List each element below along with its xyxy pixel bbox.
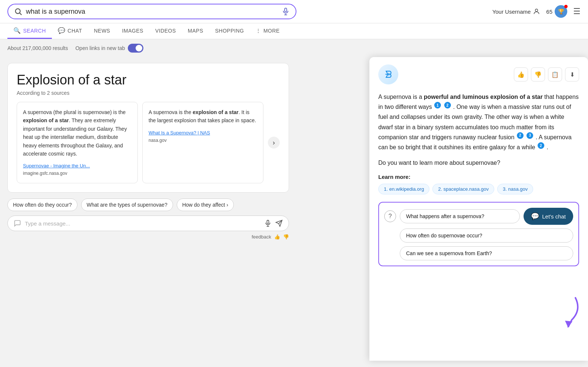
question-text: Do you want to learn more about supernov… (378, 160, 579, 166)
tab-shopping[interactable]: SHOPPING (209, 24, 250, 39)
card1-link[interactable]: Supernovae - Imagine the Un... (23, 162, 132, 170)
body-bold: powerful and luminous explosion of a sta… (424, 94, 543, 100)
lets-chat-label: Let's chat (542, 213, 566, 220)
suggestion-row-3: Can we see a supernova from Earth? (384, 246, 573, 260)
main-content: Explosion of a star According to 2 sourc… (0, 57, 588, 246)
lets-chat-button[interactable]: 💬 Let's chat (524, 208, 573, 225)
body-before-bold: A supernova is a (378, 94, 424, 100)
chat-input-bar[interactable]: Type a message... (7, 216, 289, 231)
thumbs-up-feedback[interactable]: 👍 (274, 234, 280, 240)
send-icon[interactable] (275, 220, 283, 227)
featured-snippet: Explosion of a star According to 2 sourc… (7, 63, 289, 193)
snippet-card-2: A supernova is the explosion of a star. … (142, 102, 263, 183)
svg-line-1 (20, 13, 21, 15)
learn-pill-1[interactable]: 1. en.wikipedia.org (378, 184, 429, 194)
tab-more-icon: ⋮ (256, 28, 261, 34)
card2-text-before: A supernova is the (149, 109, 193, 115)
open-links-label: Open links in new tab (75, 45, 125, 51)
chevron-right-button[interactable]: › (268, 137, 280, 149)
thumbs-down-button[interactable]: 👎 (531, 67, 545, 81)
suggestion-btn-3[interactable]: Can we see a supernova from Earth? (400, 246, 573, 260)
copy-button[interactable]: 📋 (548, 67, 562, 81)
arrow-annotation (549, 294, 583, 327)
svg-rect-2 (285, 8, 287, 12)
nav-tabs: 🔍 SEARCH 💬 CHAT NEWS IMAGES VIDEOS MAPS … (0, 23, 588, 39)
score-circle: 🏆 (555, 5, 567, 18)
search-query[interactable]: what is a supernova (26, 8, 278, 16)
left-panel: Explosion of a star According to 2 sourc… (7, 63, 289, 240)
score-badge[interactable]: 65 🏆 (546, 5, 567, 18)
tab-more[interactable]: ⋮ MORE (250, 24, 286, 39)
bing-body: A supernova is a powerful and luminous e… (378, 92, 579, 152)
chat-placeholder[interactable]: Type a message... (25, 220, 260, 227)
bing-panel: ᗾ 👍 👎 📋 ⬇ A supernova is a powerful and … (369, 57, 588, 361)
toggle-knob (136, 45, 142, 51)
bing-logo-icon: ᗾ (385, 69, 392, 80)
snippet-title: Explosion of a star (17, 72, 280, 88)
chat-bubble-icon (14, 220, 21, 227)
search-bar[interactable]: what is a supernova (7, 4, 296, 19)
tab-maps[interactable]: MAPS (182, 24, 209, 39)
bing-actions: 👍 👎 📋 ⬇ (514, 67, 579, 81)
tab-news[interactable]: NEWS (88, 24, 116, 39)
chat-mic-icon[interactable] (264, 220, 272, 227)
tab-videos[interactable]: VIDEOS (149, 24, 182, 39)
learn-pill-2[interactable]: 2. spaceplace.nasa.gov (432, 184, 494, 194)
chat-tab-icon: 💬 (58, 27, 66, 34)
notification-dot (564, 5, 568, 8)
pill-how-often[interactable]: How often do they occur? (7, 198, 77, 211)
card1-text-before: A supernova (the plural is supernovae) i… (23, 109, 126, 115)
card2-domain: nasa.gov (149, 137, 257, 144)
search-tab-icon: 🔍 (13, 27, 21, 34)
citation-5: 2 (538, 142, 544, 149)
suggestion-section: ? What happens after a supernova? 💬 Let'… (378, 202, 579, 266)
bing-logo: ᗾ (378, 64, 398, 84)
user-icon (533, 8, 540, 15)
suggestion-row-2: How often do supernovae occur? (384, 228, 573, 243)
citation-4: 3 (526, 132, 533, 139)
suggestion-row-1: ? What happens after a supernova? 💬 Let'… (384, 208, 573, 225)
open-links-toggle[interactable]: Open links in new tab (75, 44, 143, 53)
tab-search[interactable]: 🔍 SEARCH (7, 23, 52, 39)
card2-bold: explosion of a star (193, 109, 239, 115)
download-button[interactable]: ⬇ (565, 67, 579, 81)
tab-news-label: NEWS (94, 28, 110, 34)
feedback-label: feedback (252, 234, 271, 240)
hamburger-menu[interactable]: ☰ (573, 7, 581, 16)
pill-types[interactable]: What are the types of supernovae? (81, 198, 173, 211)
card1-bold: explosion of a star (23, 117, 69, 123)
svg-point-0 (16, 9, 20, 14)
citation-3: 2 (517, 132, 524, 139)
learn-more-section: Learn more: 1. en.wikipedia.org 2. space… (378, 174, 579, 194)
card1-domain: imagine.gsfc.nasa.gov (23, 170, 132, 177)
toggle-switch[interactable] (128, 44, 143, 53)
header-right: Your Username 65 🏆 ☰ (492, 5, 581, 18)
body-part4: . (547, 144, 548, 150)
tab-images[interactable]: IMAGES (116, 24, 149, 39)
pill-how-affect[interactable]: How do they affect › (177, 198, 234, 211)
tab-shopping-label: SHOPPING (215, 28, 244, 34)
svg-marker-11 (565, 321, 572, 327)
snippet-source: According to 2 sources (17, 90, 280, 96)
suggestion-btn-1[interactable]: What happens after a supernova? (400, 209, 520, 223)
card2-link[interactable]: What Is a Supernova? | NAS (149, 129, 257, 137)
suggestion-pills: How often do they occur? What are the ty… (7, 198, 289, 211)
snippet-card-1: A supernova (the plural is supernovae) i… (17, 102, 138, 183)
search-icon (14, 7, 22, 16)
tab-search-label: SEARCH (23, 28, 46, 34)
tab-more-label: MORE (263, 28, 280, 34)
tab-chat[interactable]: 💬 CHAT (52, 23, 88, 39)
tab-chat-label: CHAT (67, 28, 82, 34)
citation-1: 1 (434, 102, 441, 109)
results-count: About 217,000,000 results (7, 45, 68, 51)
learn-pill-3[interactable]: 3. nasa.gov (497, 184, 533, 194)
suggestion-btn-2[interactable]: How often do supernovae occur? (400, 228, 573, 243)
learn-more-label: Learn more: (378, 174, 579, 180)
thumbs-down-feedback[interactable]: 👎 (283, 234, 289, 240)
mic-icon[interactable] (282, 7, 290, 16)
username-area[interactable]: Your Username (492, 8, 541, 15)
thumbs-up-button[interactable]: 👍 (514, 67, 528, 81)
citation-2: 2 (444, 102, 451, 109)
feedback-row: feedback 👍 👎 (7, 234, 289, 240)
results-bar: About 217,000,000 results Open links in … (0, 39, 588, 57)
